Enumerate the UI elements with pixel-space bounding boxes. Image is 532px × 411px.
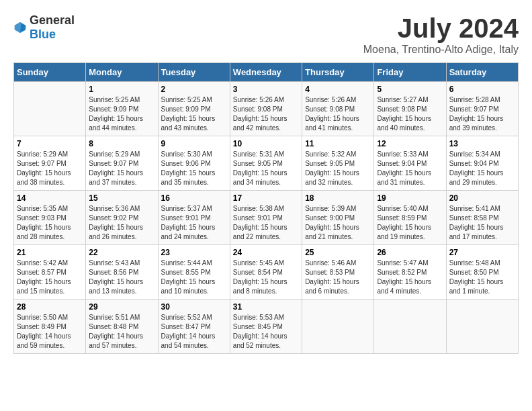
logo-blue: Blue [30,28,56,41]
day-number: 24 [233,248,299,257]
day-cell: 30Sunrise: 5:52 AMSunset: 8:47 PMDayligh… [158,300,230,354]
day-info: Sunrise: 5:29 AMSunset: 9:07 PMDaylight:… [17,150,83,187]
day-number: 31 [233,302,299,312]
day-info: Sunrise: 5:31 AMSunset: 9:05 PMDaylight:… [233,150,299,187]
day-number: 17 [233,193,299,203]
day-cell: 19Sunrise: 5:40 AMSunset: 8:59 PMDayligh… [374,191,446,245]
day-number: 19 [377,193,443,203]
day-info: Sunrise: 5:45 AMSunset: 8:54 PMDaylight:… [233,259,299,296]
header-cell-friday: Friday [374,63,446,82]
header-cell-wednesday: Wednesday [230,63,302,82]
day-info: Sunrise: 5:26 AMSunset: 9:08 PMDaylight:… [233,95,299,133]
week-row-3: 14Sunrise: 5:35 AMSunset: 9:03 PMDayligh… [14,191,519,245]
day-number: 28 [17,302,83,312]
day-number: 25 [305,248,371,257]
day-info: Sunrise: 5:33 AMSunset: 9:04 PMDaylight:… [377,150,443,187]
day-cell: 17Sunrise: 5:38 AMSunset: 9:01 PMDayligh… [230,191,302,245]
day-cell: 22Sunrise: 5:43 AMSunset: 8:56 PMDayligh… [86,245,158,300]
day-info: Sunrise: 5:37 AMSunset: 9:01 PMDaylight:… [161,204,227,242]
day-info: Sunrise: 5:43 AMSunset: 8:56 PMDaylight:… [89,259,154,296]
header-cell-saturday: Saturday [446,63,518,82]
day-cell: 28Sunrise: 5:50 AMSunset: 8:49 PMDayligh… [14,300,86,354]
day-number: 3 [233,85,299,94]
day-info: Sunrise: 5:29 AMSunset: 9:07 PMDaylight:… [89,150,154,187]
day-number: 15 [89,193,154,203]
logo-general: General [30,13,75,27]
day-cell: 9Sunrise: 5:30 AMSunset: 9:06 PMDaylight… [158,136,230,191]
day-number: 1 [89,85,154,94]
day-cell [14,82,86,136]
day-info: Sunrise: 5:50 AMSunset: 8:49 PMDaylight:… [17,313,83,351]
week-row-4: 21Sunrise: 5:42 AMSunset: 8:57 PMDayligh… [14,245,519,300]
day-info: Sunrise: 5:52 AMSunset: 8:47 PMDaylight:… [161,313,227,351]
calendar-body: 1Sunrise: 5:25 AMSunset: 9:09 PMDaylight… [14,82,519,354]
day-cell: 4Sunrise: 5:26 AMSunset: 9:08 PMDaylight… [302,82,374,136]
day-info: Sunrise: 5:38 AMSunset: 9:01 PMDaylight:… [233,204,299,242]
day-number: 26 [377,248,443,257]
day-cell: 13Sunrise: 5:34 AMSunset: 9:04 PMDayligh… [446,136,518,191]
title-area: July 2024 Moena, Trentino-Alto Adige, It… [363,13,519,56]
day-number: 22 [89,248,154,257]
day-number: 18 [305,193,371,203]
day-number: 27 [449,248,515,257]
day-number: 2 [161,85,227,94]
day-number: 4 [305,85,371,94]
day-number: 14 [17,193,83,203]
day-info: Sunrise: 5:35 AMSunset: 9:03 PMDaylight:… [17,204,83,242]
day-cell: 26Sunrise: 5:47 AMSunset: 8:52 PMDayligh… [374,245,446,300]
day-cell: 10Sunrise: 5:31 AMSunset: 9:05 PMDayligh… [230,136,302,191]
day-cell: 2Sunrise: 5:25 AMSunset: 9:09 PMDaylight… [158,82,230,136]
day-cell: 18Sunrise: 5:39 AMSunset: 9:00 PMDayligh… [302,191,374,245]
day-info: Sunrise: 5:44 AMSunset: 8:55 PMDaylight:… [161,259,227,296]
day-number: 23 [161,248,227,257]
location-title: Moena, Trentino-Alto Adige, Italy [363,44,519,56]
day-number: 10 [233,139,299,148]
day-number: 29 [89,302,154,312]
logo-icon [13,21,27,34]
logo: General Blue [13,13,75,42]
month-title: July 2024 [363,13,519,44]
day-cell: 21Sunrise: 5:42 AMSunset: 8:57 PMDayligh… [14,245,86,300]
header: General Blue July 2024 Moena, Trentino-A… [13,13,519,56]
day-info: Sunrise: 5:36 AMSunset: 9:02 PMDaylight:… [89,204,154,242]
day-info: Sunrise: 5:34 AMSunset: 9:04 PMDaylight:… [449,150,515,187]
day-cell: 16Sunrise: 5:37 AMSunset: 9:01 PMDayligh… [158,191,230,245]
day-number: 5 [377,85,443,94]
day-number: 21 [17,248,83,257]
header-cell-sunday: Sunday [14,63,86,82]
day-cell: 29Sunrise: 5:51 AMSunset: 8:48 PMDayligh… [86,300,158,354]
day-cell [446,300,518,354]
calendar-header-row: SundayMondayTuesdayWednesdayThursdayFrid… [14,63,519,82]
day-info: Sunrise: 5:39 AMSunset: 9:00 PMDaylight:… [305,204,371,242]
week-row-5: 28Sunrise: 5:50 AMSunset: 8:49 PMDayligh… [14,300,519,354]
day-number: 6 [449,85,515,94]
day-cell: 6Sunrise: 5:28 AMSunset: 9:07 PMDaylight… [446,82,518,136]
day-cell: 3Sunrise: 5:26 AMSunset: 9:08 PMDaylight… [230,82,302,136]
day-info: Sunrise: 5:41 AMSunset: 8:58 PMDaylight:… [449,204,515,242]
day-cell: 7Sunrise: 5:29 AMSunset: 9:07 PMDaylight… [14,136,86,191]
day-cell: 1Sunrise: 5:25 AMSunset: 9:09 PMDaylight… [86,82,158,136]
day-info: Sunrise: 5:26 AMSunset: 9:08 PMDaylight:… [305,95,371,133]
day-cell [374,300,446,354]
day-number: 16 [161,193,227,203]
day-info: Sunrise: 5:28 AMSunset: 9:07 PMDaylight:… [449,95,515,133]
day-info: Sunrise: 5:25 AMSunset: 9:09 PMDaylight:… [161,95,227,133]
day-cell: 15Sunrise: 5:36 AMSunset: 9:02 PMDayligh… [86,191,158,245]
day-number: 9 [161,139,227,148]
week-row-2: 7Sunrise: 5:29 AMSunset: 9:07 PMDaylight… [14,136,519,191]
day-number: 12 [377,139,443,148]
day-cell: 14Sunrise: 5:35 AMSunset: 9:03 PMDayligh… [14,191,86,245]
day-info: Sunrise: 5:25 AMSunset: 9:09 PMDaylight:… [89,95,154,133]
day-info: Sunrise: 5:40 AMSunset: 8:59 PMDaylight:… [377,204,443,242]
day-cell: 5Sunrise: 5:27 AMSunset: 9:08 PMDaylight… [374,82,446,136]
day-cell: 20Sunrise: 5:41 AMSunset: 8:58 PMDayligh… [446,191,518,245]
header-cell-tuesday: Tuesday [158,63,230,82]
day-cell: 23Sunrise: 5:44 AMSunset: 8:55 PMDayligh… [158,245,230,300]
day-info: Sunrise: 5:47 AMSunset: 8:52 PMDaylight:… [377,259,443,296]
header-cell-thursday: Thursday [302,63,374,82]
header-cell-monday: Monday [86,63,158,82]
day-info: Sunrise: 5:27 AMSunset: 9:08 PMDaylight:… [377,95,443,133]
day-cell: 31Sunrise: 5:53 AMSunset: 8:45 PMDayligh… [230,300,302,354]
day-cell: 27Sunrise: 5:48 AMSunset: 8:50 PMDayligh… [446,245,518,300]
day-info: Sunrise: 5:42 AMSunset: 8:57 PMDaylight:… [17,259,83,296]
